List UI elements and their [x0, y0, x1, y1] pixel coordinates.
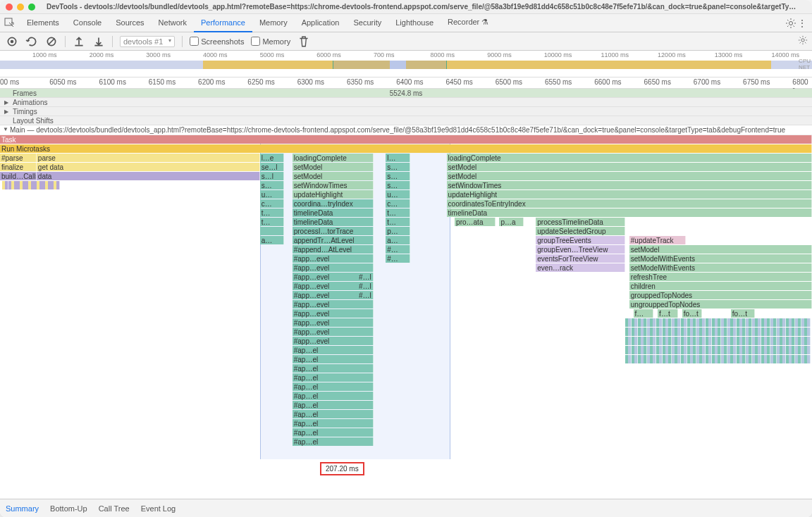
flame-bar[interactable]: #ap…el — [293, 382, 374, 391]
flame-bar[interactable]: loadingComplete — [447, 154, 812, 162]
flame-bar[interactable]: setModel — [447, 172, 812, 180]
flame-bar[interactable] — [807, 355, 811, 363]
flame-bar[interactable]: setModel — [629, 245, 812, 254]
flame-bar[interactable]: #updateTrack — [629, 236, 687, 244]
svg-line-5 — [49, 38, 55, 44]
net-label: NET — [799, 64, 811, 70]
svg-point-3 — [11, 39, 14, 43]
main-thread-header[interactable]: ▼Main — devtools://devtools/bundled/devt… — [0, 125, 812, 135]
svg-point-6 — [801, 39, 804, 42]
duration-highlight: 207.20 ms — [320, 462, 364, 475]
tab-performance[interactable]: Performance — [194, 14, 252, 32]
flame-bar[interactable]: #ap…el — [293, 373, 374, 382]
flame-bar[interactable] — [807, 328, 811, 336]
capture-settings-icon[interactable] — [798, 35, 808, 45]
overview-tick: 12000 ms — [658, 51, 686, 58]
tab-security[interactable]: Security — [346, 14, 388, 32]
upload-button[interactable] — [73, 35, 85, 48]
overview-tick: 6000 ms — [316, 51, 341, 58]
tab-network[interactable]: Network — [152, 14, 194, 32]
more-menu-icon[interactable]: ⋮ — [796, 18, 808, 29]
profile-dropdown[interactable]: devtools #1 — [120, 36, 175, 47]
cpu-label: CPU — [799, 58, 811, 64]
layout-shifts-track[interactable]: Layout Shifts — [0, 116, 812, 125]
flame-bar[interactable]: #ap…el — [293, 392, 374, 400]
ruler-tick: 6550 ms — [545, 78, 572, 86]
flame-bar[interactable]: setModelWithEvents — [629, 263, 812, 272]
tab-console[interactable]: Console — [66, 14, 109, 32]
timeline-ruler[interactable]: 00 ms6050 ms6100 ms6150 ms6200 ms6250 ms… — [0, 77, 812, 89]
ruler-tick: 6500 ms — [496, 78, 522, 86]
flame-bar[interactable]: Run Microtasks — [0, 144, 812, 153]
download-button[interactable] — [92, 35, 105, 48]
flame-bar[interactable]: timelineData — [447, 208, 812, 217]
details-tab-summary[interactable]: Summary — [6, 502, 39, 516]
flame-bar[interactable]: #ap…el — [293, 437, 374, 446]
overview-ruler[interactable]: 1000 ms2000 ms3000 ms4000 ms5000 ms6000 … — [0, 51, 812, 77]
tab-memory[interactable]: Memory — [252, 14, 295, 32]
memory-checkbox[interactable]: Memory — [251, 37, 290, 46]
flame-bar[interactable] — [807, 337, 811, 345]
tab-recorder[interactable]: Recorder ⚗ — [441, 14, 496, 32]
inspect-icon[interactable] — [4, 18, 16, 29]
overview-tick: 11000 ms — [601, 51, 629, 58]
reload-record-button[interactable] — [25, 35, 38, 48]
devtools-tabs: ElementsConsoleSourcesNetworkPerformance… — [0, 14, 812, 32]
flame-bar[interactable]: setModelWithEvents — [629, 254, 812, 263]
flame-bar[interactable]: setWindowTimes — [447, 181, 812, 189]
flame-bar[interactable]: #ap…el — [293, 401, 374, 409]
tab-application[interactable]: Application — [295, 14, 347, 32]
flame-bar[interactable] — [807, 346, 811, 354]
flame-bar[interactable]: #ap…el — [293, 419, 374, 428]
flame-bar[interactable]: refreshTree — [629, 273, 812, 281]
ruler-tick: 6250 ms — [247, 78, 274, 86]
ruler-tick: 6200 ms — [198, 78, 225, 86]
details-tab-bottomup[interactable]: Bottom-Up — [50, 502, 87, 516]
tab-sources[interactable]: Sources — [109, 14, 151, 32]
flame-bar[interactable]: children — [629, 282, 812, 290]
flame-bar[interactable]: #ap…el — [293, 428, 374, 437]
ruler-tick: 6600 ms — [594, 78, 621, 86]
flame-bar[interactable]: grouppedTopNodes — [629, 291, 812, 299]
flame-graph[interactable]: TaskRun Microtasks#parseparsefinalizeget… — [0, 135, 812, 459]
details-tabs: SummaryBottom-UpCall TreeEvent Log — [0, 499, 812, 517]
screenshots-checkbox[interactable]: Screenshots — [190, 37, 244, 46]
overview-tick: 14000 ms — [771, 51, 799, 58]
clear-button[interactable] — [45, 35, 58, 48]
close-dot[interactable] — [6, 4, 13, 11]
ruler-tick: 00 ms — [0, 78, 19, 86]
flame-bar[interactable]: Task — [0, 135, 812, 144]
tab-elements[interactable]: Elements — [20, 14, 66, 32]
flame-bar[interactable]: updateHighlight — [447, 190, 812, 199]
details-tab-eventlog[interactable]: Event Log — [141, 502, 176, 516]
flame-bar[interactable]: setModel — [447, 163, 812, 171]
flame-bar[interactable]: coordinatesToEntryIndex — [447, 199, 812, 208]
flame-bar[interactable]: processTimelineData — [536, 218, 625, 226]
zoom-dot[interactable] — [28, 4, 35, 11]
flame-bar[interactable] — [807, 318, 811, 327]
ruler-tick: 6150 ms — [149, 78, 176, 86]
animations-track[interactable]: ▶Animations — [0, 98, 812, 107]
flame-bar[interactable]: updateSelectedGroup — [536, 227, 625, 235]
tab-lighthouse[interactable]: Lighthouse — [388, 14, 441, 32]
record-button[interactable] — [6, 35, 18, 48]
ruler-tick: 6050 ms — [49, 78, 76, 86]
timings-track[interactable]: ▶Timings — [0, 107, 812, 116]
window-title: DevTools - devtools://devtools/bundled/d… — [39, 3, 806, 11]
trash-button[interactable] — [297, 35, 310, 48]
flame-bar[interactable]: fo…t — [731, 309, 756, 318]
flame-bar[interactable]: ungrouppedTopNodes — [629, 300, 812, 309]
overview-tick: 700 ms — [374, 51, 395, 58]
overview-tick: 2000 ms — [90, 51, 114, 58]
ruler-tick: 6650 ms — [644, 78, 671, 86]
ruler-tick: 6450 ms — [445, 78, 472, 86]
flame-bar[interactable]: #ap…el — [293, 410, 374, 418]
flame-bar[interactable]: #ap…el — [293, 364, 374, 373]
minimize-dot[interactable] — [17, 4, 24, 11]
frames-track[interactable]: Frames 5524.8 ms — [0, 89, 812, 98]
ruler-tick: 6350 ms — [347, 78, 374, 86]
details-tab-calltree[interactable]: Call Tree — [99, 502, 130, 516]
ruler-tick: 6700 ms — [694, 78, 720, 86]
settings-gear-icon[interactable] — [785, 18, 796, 29]
overview-tick: 13000 ms — [715, 51, 743, 58]
